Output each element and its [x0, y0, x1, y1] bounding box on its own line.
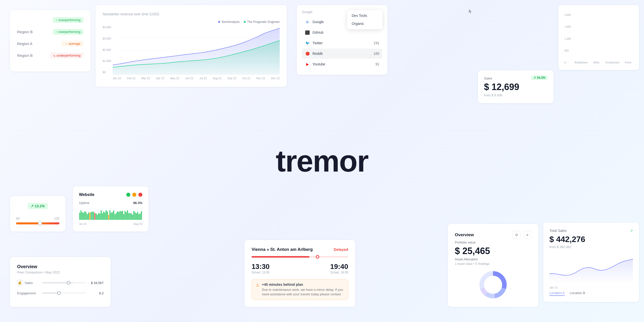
overview-title: Overview: [455, 232, 474, 237]
travel-header: Vienna » St. Anton am Arlberg Delayed: [252, 247, 348, 252]
travel-arrive: 19:40 Sched. 18:55: [330, 263, 348, 274]
svg-rect-28: [108, 215, 109, 220]
newsletter-title: Newsletter revenue over time (USD): [103, 12, 280, 16]
travel-alert: ⚠ +45 minutes behind plan Due to mainten…: [252, 279, 348, 300]
sales-badge-value: 34.3%: [537, 76, 545, 79]
svg-rect-51: [137, 212, 138, 220]
uptime-date-start: Jul 14: [79, 222, 86, 225]
cursor-pointer: [469, 9, 473, 14]
sales-from: from $ 9,456: [484, 93, 547, 97]
legend-semi: SemiAnalysis: [218, 20, 240, 24]
menu-button[interactable]: ≡: [523, 231, 531, 239]
travel-progress-bar: [252, 256, 348, 258]
peer-sales-bar: [42, 282, 86, 284]
slider-thumb[interactable]: [38, 221, 42, 225]
y-bar-1: 650: [565, 49, 571, 52]
portfolio-value: $ 25,465: [455, 246, 531, 256]
overview-header: Overview ⟳ ≡: [455, 231, 531, 239]
uptime-icons: [126, 193, 142, 197]
dropdown-item-devtools[interactable]: Dev Tools: [349, 12, 381, 20]
total-sales-title: Total Sales: [549, 229, 567, 233]
traffic-name-reddit: Reddit: [312, 52, 374, 56]
svg-rect-46: [131, 213, 132, 220]
status-green-icon: [126, 193, 130, 197]
alert-content: +45 minutes behind plan Due to maintenan…: [262, 283, 344, 297]
bar-amphibians: Amphibians: [575, 60, 588, 64]
tab-location-b[interactable]: Location B: [570, 291, 585, 296]
tab-location-a[interactable]: Location A: [549, 291, 565, 296]
svg-rect-41: [125, 211, 126, 220]
svg-rect-13: [89, 213, 90, 220]
travel-card: Vienna » St. Anton am Arlberg Delayed 13…: [245, 240, 355, 307]
refresh-button[interactable]: ⟳: [513, 231, 521, 239]
traffic-row-youtube[interactable]: ▶ Youtube 91: [302, 59, 382, 69]
traffic-row-reddit[interactable]: 🔴 Reddit 185: [302, 49, 382, 59]
dropdown-item-organic[interactable]: Organic: [349, 20, 381, 28]
newsletter-chart-svg: [113, 26, 280, 75]
svg-rect-12: [88, 212, 89, 220]
svg-rect-17: [94, 213, 95, 220]
slider-track[interactable]: [16, 222, 59, 224]
uptime-card: Website Uptime 98.3% // Generate bars in…: [73, 186, 148, 231]
svg-rect-40: [123, 214, 124, 220]
region-label-a: Region A: [17, 42, 32, 46]
donut-chart-container: [455, 270, 531, 300]
uptime-percentage: 98.3%: [133, 201, 142, 205]
uptime-stats-row: Uptime 98.3%: [79, 201, 142, 205]
uptime-date-end: Aug 23: [134, 222, 142, 225]
peer-row-engagement: Engagement 8.2: [17, 291, 104, 295]
sales-badge: ↗ 34.3%: [531, 75, 547, 80]
slider-container[interactable]: 80 100: [16, 217, 59, 224]
traffic-count-youtube: 91: [375, 62, 379, 66]
travel-route: Vienna » St. Anton am Arlberg: [252, 247, 313, 252]
bar-chart-card: 2,600 1,950 1,300 650 0 Amphibians Birds…: [558, 5, 639, 70]
total-sales-tabs[interactable]: Location A Location B: [549, 291, 633, 296]
region-row: Region B ↑ overperforming: [17, 29, 84, 35]
x-apr: Apr 22: [156, 77, 164, 80]
total-sales-header: Total Sales ↗: [549, 229, 633, 233]
traffic-row-twitter[interactable]: 🐦 Twitter 191: [302, 38, 382, 48]
peer-engagement-thumb: [57, 291, 61, 295]
legend-dot-semi: [218, 21, 220, 23]
legend-pragmatic: The Pragmatic Engineer: [244, 20, 280, 24]
slider-max: 100: [54, 217, 59, 220]
y-label-0: $0: [103, 71, 113, 74]
portfolio-label: Portfolio value: [455, 240, 531, 244]
total-sales-value: $ 442,276: [549, 235, 633, 244]
svg-rect-18: [96, 213, 97, 220]
twitter-icon: 🐦: [305, 41, 310, 46]
bar-birds: Birds: [592, 60, 601, 64]
overview-actions: ⟳ ≡: [513, 231, 531, 239]
region-row: ↑ overperforming: [17, 17, 84, 23]
google-icon: G: [305, 19, 310, 24]
uptime-bars-svg: [79, 207, 142, 220]
region-row: Region A → average: [17, 41, 84, 47]
peer-engagement-label: Engagement: [17, 291, 36, 295]
travel-depart-time: 13:30: [252, 263, 270, 271]
sales-label: Sales: [484, 76, 492, 80]
y-label-1: $1,000: [103, 59, 113, 62]
svg-rect-36: [118, 212, 119, 220]
traffic-name-github: GitHub: [312, 30, 379, 34]
svg-rect-33: [114, 214, 115, 220]
region-badge-3: ↘ underperforming: [50, 53, 84, 58]
svg-rect-20: [98, 213, 99, 220]
uptime-bars: // Generate bars inline via js after ren…: [79, 207, 142, 220]
region-badge-2: → average: [61, 41, 84, 47]
peer-subtitle: Peer Comparison • May 2022: [17, 270, 104, 274]
svg-rect-11: [87, 214, 88, 220]
y-label-4: $4,000: [103, 26, 113, 29]
svg-rect-25: [104, 212, 105, 220]
y-axis-bar: 2,600 1,950 1,300 650 0: [565, 14, 571, 64]
svg-rect-22: [101, 210, 102, 220]
svg-rect-37: [119, 211, 120, 220]
svg-rect-53: [140, 213, 141, 220]
svg-rect-45: [130, 213, 131, 220]
traffic-dropdown[interactable]: Dev Tools Organic: [347, 10, 382, 29]
travel-arrive-time: 19:40: [330, 263, 348, 271]
svg-rect-39: [122, 211, 123, 220]
travel-depart: 13:30 Sched. 13:30: [252, 263, 270, 274]
x-oct: Oct 22: [242, 77, 250, 80]
regions-card: ↑ overperforming Region B ↑ overperformi…: [10, 10, 91, 71]
y-label-2: $2,000: [103, 48, 113, 51]
